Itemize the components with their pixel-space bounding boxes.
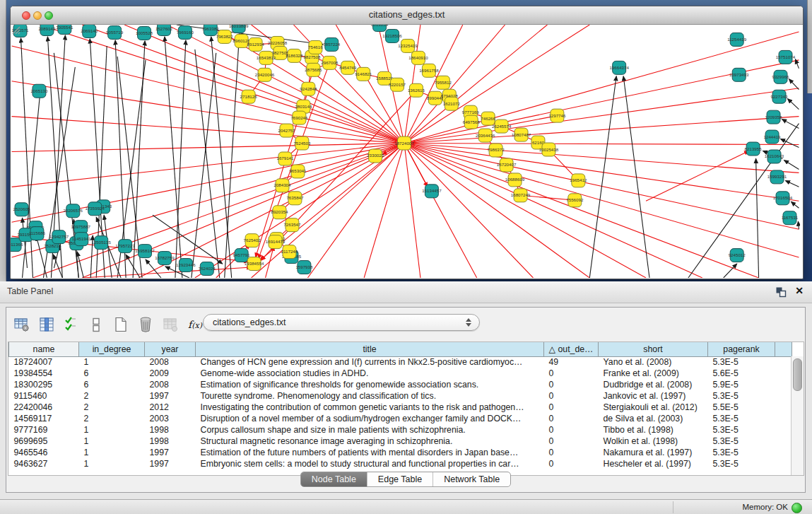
network-node[interactable]: 8912934: [247, 37, 265, 51]
table-cell[interactable]: 49: [544, 356, 599, 368]
table-cell[interactable]: 1: [79, 356, 145, 368]
table-cell[interactable]: 1998: [145, 436, 196, 447]
network-node[interactable]: 15751074: [776, 50, 796, 64]
table-cell[interactable]: Changes of HCN gene expression and I(f) …: [196, 356, 544, 368]
table-cell[interactable]: Tourette syndrome. Phenomenology and cla…: [196, 390, 544, 402]
network-node[interactable]: 7963822: [216, 30, 234, 43]
close-panel-icon[interactable]: ✕: [795, 285, 804, 296]
tab-node-table[interactable]: Node Table: [301, 472, 367, 486]
table-settings-icon[interactable]: [12, 315, 32, 334]
table-cell[interactable]: Nakamura et al. (1997): [599, 447, 708, 458]
network-node[interactable]: 7690246: [290, 111, 308, 124]
network-node[interactable]: 7625402: [244, 234, 261, 247]
table-cell[interactable]: 1998: [145, 424, 196, 436]
table-cell[interactable]: Structural magnetic resonance image aver…: [196, 436, 544, 447]
table-cell[interactable]: 5.9E-5: [708, 379, 775, 390]
network-node[interactable]: 16033809: [229, 25, 249, 33]
table-cell[interactable]: 2008: [145, 356, 196, 368]
table-cell[interactable]: 2: [79, 402, 145, 413]
network-node[interactable]: 8220157: [389, 78, 406, 91]
network-node[interactable]: 12923446: [176, 259, 196, 272]
table-cell[interactable]: 6: [79, 368, 145, 379]
table-cell[interactable]: 18300295: [9, 379, 79, 390]
table-row[interactable]: 1938455462009Genome-wide association stu…: [9, 368, 792, 379]
table-cell[interactable]: Corpus callosum shape and size in male p…: [196, 424, 544, 436]
window-titlebar[interactable]: citations_edges.txt: [11, 6, 803, 25]
table-cell[interactable]: 5.3E-5: [708, 458, 775, 469]
table-cell[interactable]: 18724007: [9, 356, 79, 368]
table-cell[interactable]: 2008: [145, 379, 196, 390]
network-node[interactable]: 18640910: [408, 51, 428, 64]
network-node[interactable]: 9329966: [772, 70, 790, 83]
network-node[interactable]: 1209358: [765, 110, 783, 124]
network-node[interactable]: 10973493: [729, 68, 749, 81]
scrollbar-thumb[interactable]: [793, 358, 802, 391]
table-cell[interactable]: 5.3E-5: [708, 424, 775, 436]
table-cell[interactable]: 2: [79, 390, 145, 402]
network-node[interactable]: 10688609: [505, 173, 525, 187]
select-column-icon[interactable]: [37, 315, 57, 334]
network-node[interactable]: 17016504: [773, 192, 793, 205]
network-node[interactable]: 7857224: [323, 37, 341, 51]
network-node[interactable]: 10975887: [71, 221, 91, 234]
table-cell[interactable]: 1997: [145, 390, 196, 402]
table-cell[interactable]: 5.3E-5: [708, 413, 775, 424]
network-node[interactable]: 2875685: [305, 63, 322, 76]
table-cell[interactable]: [775, 447, 792, 458]
network-node[interactable]: 6497568: [463, 115, 481, 129]
window-resize-grip[interactable]: [11, 25, 20, 35]
tab-network-table[interactable]: Network Table: [433, 472, 510, 486]
column-header-out_de[interactable]: △ out_de…: [544, 342, 599, 356]
network-node[interactable]: 1167531: [782, 211, 799, 225]
network-node[interactable]: 1244419: [764, 130, 782, 144]
function-builder-icon[interactable]: f(x): [185, 315, 205, 334]
table-row[interactable]: 946362711997Embryonic stem cells: a mode…: [9, 458, 792, 469]
network-node[interactable]: 8454749: [339, 61, 357, 74]
network-node[interactable]: 15993291: [767, 170, 787, 184]
table-cell[interactable]: Genome-wide association studies in ADHD.: [196, 368, 544, 379]
network-node[interactable]: 9055719: [106, 25, 124, 39]
table-cell[interactable]: Jankovic et al. (1997): [599, 390, 708, 402]
network-node[interactable]: 8186328: [286, 49, 303, 62]
column-header-year[interactable]: year: [145, 342, 196, 356]
table-cell[interactable]: [775, 402, 792, 413]
network-node[interactable]: 7263547: [283, 218, 301, 232]
network-node[interactable]: 9242848: [300, 82, 317, 95]
network-node[interactable]: 23420046: [255, 68, 275, 81]
network-node[interactable]: 10807487: [512, 128, 531, 141]
table-cell[interactable]: Franke et al. (2009): [599, 368, 708, 379]
network-node[interactable]: 8920354: [271, 206, 288, 219]
table-cell[interactable]: 5.3E-5: [708, 447, 775, 458]
network-node[interactable]: 7955812: [435, 76, 452, 89]
network-node[interactable]: 8813054: [371, 25, 389, 31]
table-cell[interactable]: 1: [79, 424, 145, 436]
network-node[interactable]: 7986372: [488, 144, 505, 157]
table-cell[interactable]: Wolkin et al. (1998): [599, 436, 708, 447]
network-node[interactable]: 9245012: [729, 249, 746, 262]
table-cell[interactable]: 1: [79, 436, 145, 447]
table-cell[interactable]: 2: [79, 413, 145, 424]
table-cell[interactable]: [775, 458, 792, 469]
network-node[interactable]: 2065130: [30, 84, 48, 98]
table-cell[interactable]: 2012: [145, 402, 196, 413]
table-cell[interactable]: 0: [544, 368, 599, 379]
network-node[interactable]: 11254419: [727, 33, 747, 46]
table-row[interactable]: 2242004622012Investigating the contribut…: [9, 402, 792, 413]
table-cell[interactable]: Estimation of the future numbers of pati…: [196, 447, 544, 458]
network-node[interactable]: 2042757: [278, 124, 295, 137]
network-node[interactable]: 1679141: [276, 152, 294, 165]
network-node[interactable]: 1527602: [155, 25, 173, 35]
network-node[interactable]: 7524503: [293, 136, 311, 150]
table-cell[interactable]: 6: [79, 379, 145, 390]
table-cell[interactable]: 2009: [145, 368, 196, 379]
table-cell[interactable]: Estimation of significance thresholds fo…: [196, 379, 544, 390]
table-cell[interactable]: Hescheler et al. (1997): [599, 458, 708, 469]
table-cell[interactable]: 1: [79, 447, 145, 458]
network-node[interactable]: 7624024: [199, 262, 216, 276]
network-node[interactable]: 1115686: [29, 227, 46, 240]
network-node[interactable]: 2520605: [13, 203, 31, 216]
network-node[interactable]: 15134457: [422, 185, 442, 198]
network-node[interactable]: 9653041: [289, 165, 307, 178]
network-node[interactable]: 19664374: [609, 61, 629, 74]
network-node[interactable]: 7969160: [177, 25, 194, 39]
